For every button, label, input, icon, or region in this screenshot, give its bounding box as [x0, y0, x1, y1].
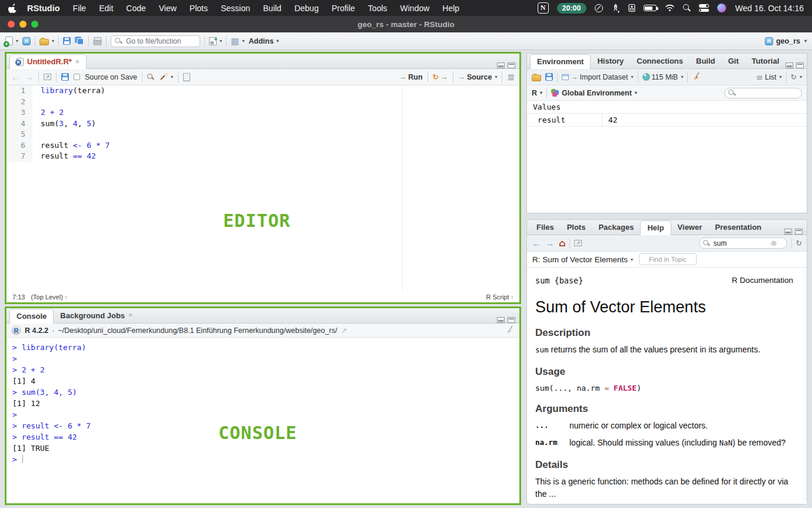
minimize-pane-icon[interactable]	[497, 62, 505, 68]
language-selector[interactable]: R▾	[532, 89, 542, 97]
console-tab-console[interactable]: Console	[9, 309, 54, 324]
maximize-pane-icon[interactable]	[508, 62, 515, 68]
menu-help[interactable]: Help	[436, 4, 466, 13]
help-tab-presentation[interactable]: Presentation	[708, 220, 768, 235]
help-search[interactable]: ⊗	[699, 237, 787, 249]
show-in-new-window-icon[interactable]: ↗	[44, 74, 51, 80]
source-button[interactable]: →Source▾	[458, 73, 498, 81]
screen-record-icon[interactable]	[595, 4, 603, 12]
compile-report-icon[interactable]	[183, 73, 190, 81]
menu-build[interactable]: Build	[257, 4, 288, 13]
new-file-button[interactable]: ▾	[5, 37, 18, 45]
project-selector[interactable]: R geo_rs ▾	[765, 37, 807, 45]
close-window-button[interactable]	[8, 21, 15, 28]
forward-icon[interactable]: →	[545, 238, 555, 249]
menu-code[interactable]: Code	[120, 4, 152, 13]
goto-file-input[interactable]	[125, 37, 194, 46]
help-tab-files[interactable]: Files	[530, 220, 561, 235]
home-icon[interactable]: ⌂	[559, 237, 565, 249]
keystroke-box-icon[interactable]	[628, 4, 635, 12]
help-tab-help[interactable]: Help	[640, 220, 671, 235]
file-type-selector[interactable]: R Script↕	[486, 293, 513, 301]
goto-file-search[interactable]	[111, 35, 200, 47]
menu-debug[interactable]: Debug	[288, 4, 325, 13]
control-center-icon[interactable]	[699, 4, 709, 12]
source-on-save-checkbox[interactable]	[74, 74, 80, 80]
minimize-pane-icon[interactable]	[786, 62, 793, 68]
open-directory-icon[interactable]: ↗	[341, 326, 347, 335]
minimize-pane-icon[interactable]	[784, 229, 792, 235]
code-line[interactable]: 4sum(3, 4, 5)	[6, 118, 519, 130]
menu-file[interactable]: File	[67, 4, 93, 13]
find-in-topic[interactable]	[639, 253, 697, 265]
rocket-icon[interactable]	[611, 4, 620, 13]
memory-usage-button[interactable]: 115 MiB ▾	[642, 73, 684, 81]
menu-edit[interactable]: Edit	[92, 4, 120, 13]
menu-tools[interactable]: Tools	[362, 4, 394, 13]
minimize-pane-icon[interactable]	[497, 317, 505, 323]
environment-tab-history[interactable]: History	[591, 54, 630, 68]
apple-menu[interactable]	[8, 3, 17, 13]
menu-plots[interactable]: Plots	[183, 4, 214, 13]
menu-window[interactable]: Window	[394, 4, 436, 13]
version-control-button[interactable]: ▾	[209, 37, 222, 45]
environment-tab-git[interactable]: Git	[722, 54, 745, 68]
save-icon[interactable]	[61, 73, 69, 81]
load-workspace-icon[interactable]	[532, 75, 541, 81]
recording-timer-pill[interactable]: 20:00	[557, 3, 586, 14]
help-search-input[interactable]	[712, 239, 768, 248]
minimize-window-button[interactable]	[19, 21, 26, 28]
help-tab-viewer[interactable]: Viewer	[671, 220, 709, 235]
editor-tab-untitledr[interactable]: UntitledR.R* ×	[9, 54, 87, 69]
find-replace-icon[interactable]	[147, 74, 154, 81]
code-line[interactable]: 6result <- 6 * 7	[6, 140, 519, 151]
save-button[interactable]	[63, 37, 71, 45]
close-tab-icon[interactable]: ×	[75, 58, 79, 66]
forward-icon[interactable]: →	[25, 72, 34, 82]
maximize-pane-icon[interactable]	[795, 229, 803, 235]
help-tab-packages[interactable]: Packages	[592, 220, 640, 235]
back-icon[interactable]: ←	[532, 238, 541, 249]
environment-tab-build[interactable]: Build	[690, 54, 722, 68]
maximize-pane-icon[interactable]	[796, 62, 804, 68]
environment-search[interactable]	[724, 88, 802, 98]
menu-view[interactable]: View	[153, 4, 183, 13]
topic-selector[interactable]: R: Sum of Vector Elements ▾	[532, 255, 633, 264]
environment-tab-tutorial[interactable]: Tutorial	[745, 54, 786, 68]
clear-search-icon[interactable]: ⊗	[771, 239, 777, 248]
environment-scope-selector[interactable]: Global Environment ▾	[551, 89, 637, 97]
maximize-pane-icon[interactable]	[508, 317, 515, 323]
zoom-window-button[interactable]	[31, 21, 38, 28]
menubar-clock[interactable]: Wed 16. Oct 14:16	[735, 4, 804, 13]
back-icon[interactable]: ←	[11, 72, 20, 82]
document-outline-icon[interactable]: ≣	[507, 72, 515, 83]
battery-icon[interactable]	[644, 5, 657, 11]
refresh-environment-button[interactable]: ↻ ▾	[791, 72, 803, 81]
save-all-button[interactable]	[75, 37, 84, 45]
code-tools-button[interactable]: ▾	[159, 72, 173, 81]
list-view-button[interactable]: ≡ List ▾	[756, 72, 781, 82]
code-line[interactable]: 1library(terra)	[6, 85, 519, 97]
find-in-topic-input[interactable]	[642, 255, 694, 263]
console-output[interactable]: > library(terra)>> 2 + 2[1] 4> sum(3, 4,…	[6, 338, 519, 503]
close-tab-icon[interactable]: ×	[128, 311, 132, 319]
environment-row[interactable]: result42	[527, 114, 807, 127]
code-line[interactable]: 5	[6, 129, 519, 140]
notion-icon[interactable]: N	[538, 2, 549, 14]
environment-tab-connections[interactable]: Connections	[630, 54, 690, 68]
menu-session[interactable]: Session	[214, 4, 257, 13]
code-line[interactable]: 7result == 42	[6, 151, 519, 162]
wifi-icon[interactable]	[665, 4, 675, 12]
code-editor[interactable]: 1library(terra)232 + 24sum(3, 4, 5)56res…	[6, 85, 519, 292]
print-button[interactable]	[93, 37, 102, 45]
rerun-button[interactable]: ↻→	[433, 72, 448, 81]
save-workspace-icon[interactable]	[545, 73, 553, 81]
show-in-new-window-icon[interactable]: ↗	[574, 240, 582, 246]
import-dataset-button[interactable]: → Import Dataset ▾	[562, 73, 634, 81]
menu-profile[interactable]: Profile	[325, 4, 362, 13]
addins-button[interactable]: Addins▾	[248, 37, 279, 45]
spotlight-search-icon[interactable]	[683, 4, 691, 12]
new-project-button[interactable]: R	[22, 37, 31, 45]
run-button[interactable]: →Run	[399, 73, 423, 81]
scope-selector[interactable]: (Top Level)↕	[31, 293, 67, 301]
